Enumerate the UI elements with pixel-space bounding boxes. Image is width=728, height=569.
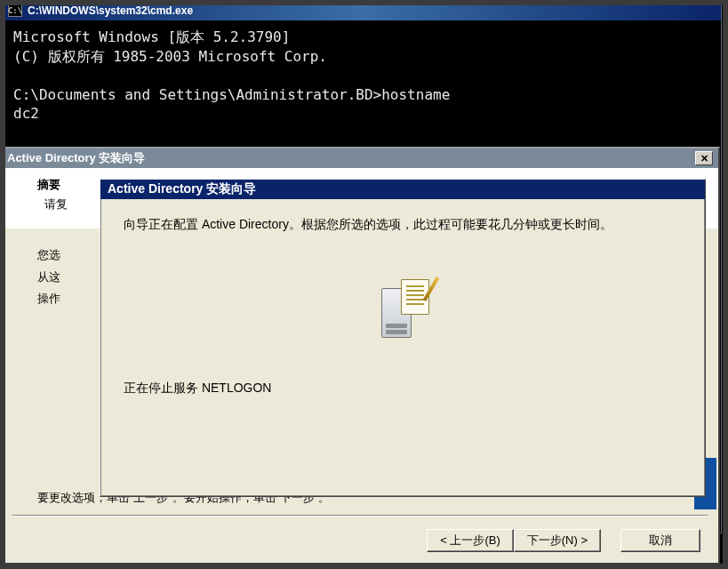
cancel-button[interactable]: 取消 [620,529,700,552]
next-button[interactable]: 下一步(N) > [514,529,601,552]
separator [12,515,708,517]
cmd-title: C:\WINDOWS\system32\cmd.exe [28,4,193,17]
ad-wizard-titlebar[interactable]: Active Directory 安装向导 ✕ [2,148,718,168]
server-document-icon [124,279,682,343]
cmd-icon: C:\ [8,4,22,17]
cmd-output[interactable]: Microsoft Windows [版本 5.2.3790] (C) 版权所有… [4,20,721,131]
ad-progress-status: 正在停止服务 NETLOGON [124,379,682,398]
ad-progress-body: 向导正在配置 Active Directory。根据您所选的选项，此过程可能要花… [100,199,705,413]
back-button[interactable]: < 上一步(B) [427,529,514,552]
ad-wizard-title: Active Directory 安装向导 [7,150,145,166]
close-icon[interactable]: ✕ [695,151,713,165]
ad-progress-titlebar[interactable]: Active Directory 安装向导 [100,180,705,199]
cmd-titlebar[interactable]: C:\ C:\WINDOWS\system32\cmd.exe [4,1,721,20]
wizard-button-bar: < 上一步(B) 下一步(N) > 取消 [427,529,700,552]
ad-progress-message: 向导正在配置 Active Directory。根据您所选的选项，此过程可能要花… [124,215,682,235]
ad-progress-title: Active Directory 安装向导 [108,181,256,197]
ad-progress-dialog: Active Directory 安装向导 向导正在配置 Active Dire… [100,179,706,497]
